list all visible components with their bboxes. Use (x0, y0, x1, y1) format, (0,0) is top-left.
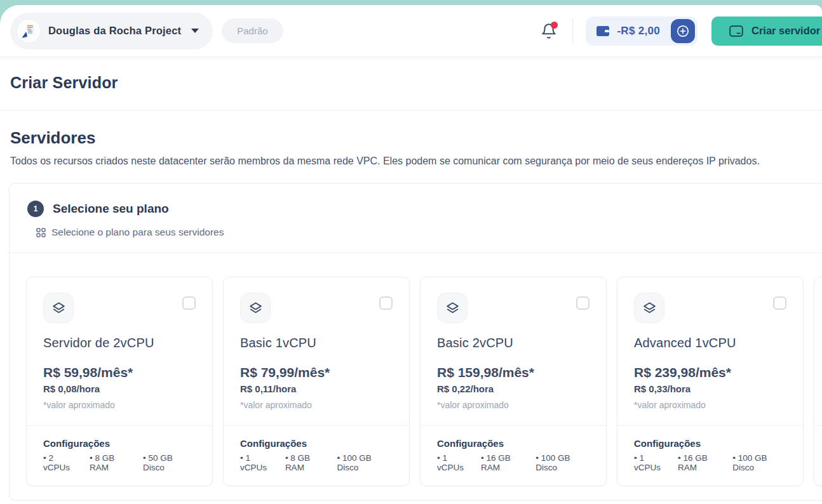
project-selector-label: Douglas da Rocha Project (48, 25, 181, 37)
plan-spec: 1 vCPUs (634, 453, 670, 472)
plan-selection-card: 1 Selecione seu plano Selecione o plano … (9, 183, 822, 501)
layers-icon (642, 300, 657, 316)
plan-config-label: Configurações (437, 438, 590, 449)
plan-hourly-price: R$ 0,11/hora (240, 383, 393, 394)
plan-spec: 1 vCPUs (240, 453, 278, 472)
plan-hourly-price: R$ 0,22/hora (437, 383, 590, 394)
plan-step-subtitle-row: Selecione o plano para seus servidores (10, 217, 822, 253)
plan-spec: 50 GB Disco (143, 453, 196, 472)
plan-spec: 100 GB Disco (732, 453, 786, 472)
layers-icon (445, 300, 461, 316)
environment-badge[interactable]: Padrão (222, 18, 283, 43)
plan-price-note: *valor aproximado (634, 400, 786, 410)
plan-specs: 2 vCPUs8 GB RAM50 GB Disco (43, 453, 196, 472)
plan-spec: 16 GB RAM (481, 453, 528, 472)
plan-price-note: *valor aproximado (43, 400, 196, 410)
plan-footer: Configurações 1 vCPUs16 GB RAM100 GB Dis… (617, 425, 803, 486)
wallet-balance-pill[interactable]: -R$ 2,00 (586, 17, 697, 46)
plan-hourly-price: R$ 0,08/hora (43, 383, 196, 394)
plan-monthly-price: R$ 239,98/mês* (634, 365, 786, 380)
servers-section-description: Todos os recursos criados neste datacent… (10, 156, 812, 167)
servers-section-title: Servidores (10, 128, 812, 148)
plus-icon (676, 24, 690, 38)
plan-step-title: Selecione seu plano (53, 202, 169, 216)
plan-spec: 1 vCPUs (437, 453, 473, 472)
plan-name: Basic 2vCPU (437, 336, 590, 350)
grid-icon (36, 228, 46, 237)
plan-config-label: Configurações (43, 438, 196, 449)
app-window: Douglas da Rocha Project Padrão - (0, 5, 822, 504)
plan-step-subtitle: Selecione o plano para seus servidores (51, 227, 224, 238)
plan-config-label: Configurações (634, 438, 786, 449)
create-server-button[interactable]: Criar servidor (711, 17, 822, 46)
plan-footer: Configurações 1 vCPUs8 GB RAM100 GB Disc… (224, 425, 409, 486)
plan-name: Advanced 1vCPU (634, 336, 786, 350)
project-selector[interactable]: Douglas da Rocha Project (10, 13, 213, 50)
plans-row: Servidor de 2vCPU R$ 59,98/mês* R$ 0,08/… (10, 253, 822, 500)
plan-icon-square (240, 293, 271, 323)
server-card-icon (729, 25, 743, 37)
notifications-button[interactable] (538, 20, 560, 42)
plan-select-checkbox[interactable] (182, 296, 196, 310)
topbar-divider (572, 18, 573, 44)
plan-spec: 100 GB Disco (337, 453, 393, 472)
page-title-section: Criar Servidor (0, 57, 822, 110)
servers-section-header: Servidores Todos os recursos criados nes… (0, 110, 822, 167)
step-number-badge: 1 (27, 201, 44, 217)
page-title: Criar Servidor (10, 74, 812, 92)
plan-spec: 16 GB RAM (678, 453, 725, 472)
wallet-icon (596, 25, 610, 37)
plan-footer: Configurações 1 vCPUs16 GB RAM100 GB Dis… (421, 425, 606, 486)
wallet-balance-value: -R$ 2,00 (617, 25, 660, 37)
plan-select-checkbox[interactable] (773, 296, 786, 310)
top-bar: Douglas da Rocha Project Padrão - (0, 5, 822, 57)
plan-card-partial[interactable] (814, 277, 822, 486)
plan-icon-square (43, 293, 74, 323)
project-avatar (17, 19, 41, 43)
notification-badge-dot (551, 22, 558, 29)
chevron-down-icon (191, 29, 199, 33)
plan-card-1[interactable]: Basic 1vCPU R$ 79,99/mês* R$ 0,11/hora *… (223, 277, 410, 486)
plan-spec: 8 GB RAM (285, 453, 330, 472)
plan-select-checkbox[interactable] (379, 296, 393, 310)
plan-card-3[interactable]: Advanced 1vCPU R$ 239,98/mês* R$ 0,33/ho… (617, 277, 804, 486)
plan-footer: Configurações 2 vCPUs8 GB RAM50 GB Disco (27, 425, 212, 486)
plan-price-note: *valor aproximado (437, 400, 590, 410)
plan-specs: 1 vCPUs16 GB RAM100 GB Disco (634, 453, 786, 472)
plan-monthly-price: R$ 59,98/mês* (43, 365, 196, 380)
plan-specs: 1 vCPUs16 GB RAM100 GB Disco (437, 453, 590, 472)
plan-hourly-price: R$ 0,33/hora (634, 383, 786, 394)
plan-monthly-price: R$ 159,98/mês* (437, 365, 590, 380)
plan-icon-square (634, 293, 664, 323)
create-server-button-label: Criar servidor (751, 25, 820, 37)
plan-step-header: 1 Selecione seu plano (10, 183, 822, 217)
plan-select-checkbox[interactable] (576, 296, 590, 310)
plan-config-label: Configurações (240, 438, 393, 449)
plan-icon-square (437, 293, 468, 323)
plan-monthly-price: R$ 79,99/mês* (240, 365, 393, 380)
plan-spec: 100 GB Disco (536, 453, 590, 472)
plan-spec: 8 GB RAM (90, 453, 135, 472)
plan-spec: 2 vCPUs (43, 453, 82, 472)
plan-name: Basic 1vCPU (240, 336, 393, 350)
plan-specs: 1 vCPUs8 GB RAM100 GB Disco (240, 453, 393, 472)
plan-card-2[interactable]: Basic 2vCPU R$ 159,98/mês* R$ 0,22/hora … (420, 277, 607, 486)
add-funds-button[interactable] (671, 19, 695, 43)
layers-icon (51, 300, 67, 316)
plan-price-note: *valor aproximado (240, 400, 393, 410)
plan-card-0[interactable]: Servidor de 2vCPU R$ 59,98/mês* R$ 0,08/… (26, 277, 213, 486)
plan-name: Servidor de 2vCPU (43, 336, 196, 350)
layers-icon (248, 300, 264, 316)
